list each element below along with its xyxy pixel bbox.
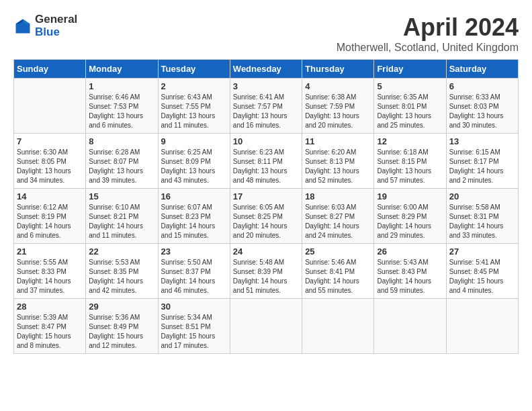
calendar-cell: 1Sunrise: 6:46 AMSunset: 7:53 PMDaylight… bbox=[86, 79, 158, 134]
day-number: 22 bbox=[89, 246, 154, 257]
calendar-cell: 28Sunrise: 5:39 AMSunset: 8:47 PMDayligh… bbox=[14, 299, 86, 354]
calendar-cell bbox=[446, 299, 518, 354]
day-info: Sunrise: 5:46 AMSunset: 8:41 PMDaylight:… bbox=[305, 258, 371, 295]
logo-general: General bbox=[35, 13, 77, 26]
calendar-cell: 26Sunrise: 5:43 AMSunset: 8:43 PMDayligh… bbox=[374, 244, 446, 299]
day-info: Sunrise: 5:43 AMSunset: 8:43 PMDaylight:… bbox=[377, 258, 443, 295]
calendar-cell: 29Sunrise: 5:36 AMSunset: 8:49 PMDayligh… bbox=[86, 299, 158, 354]
calendar-week-row: 7Sunrise: 6:30 AMSunset: 8:05 PMDaylight… bbox=[14, 134, 519, 189]
day-number: 10 bbox=[233, 136, 299, 146]
calendar-cell: 5Sunrise: 6:35 AMSunset: 8:01 PMDaylight… bbox=[374, 79, 446, 134]
day-info: Sunrise: 6:05 AMSunset: 8:25 PMDaylight:… bbox=[233, 203, 299, 240]
calendar-cell: 30Sunrise: 5:34 AMSunset: 8:51 PMDayligh… bbox=[158, 299, 230, 354]
logo: General Blue bbox=[13, 13, 77, 38]
calendar-cell: 11Sunrise: 6:20 AMSunset: 8:13 PMDayligh… bbox=[302, 134, 374, 189]
calendar-cell: 13Sunrise: 6:15 AMSunset: 8:17 PMDayligh… bbox=[446, 134, 518, 189]
day-info: Sunrise: 6:20 AMSunset: 8:13 PMDaylight:… bbox=[305, 148, 371, 185]
day-number: 26 bbox=[377, 246, 443, 257]
day-number: 24 bbox=[233, 246, 299, 257]
day-number: 7 bbox=[17, 136, 83, 146]
calendar-week-row: 14Sunrise: 6:12 AMSunset: 8:19 PMDayligh… bbox=[14, 189, 519, 244]
calendar-cell: 9Sunrise: 6:25 AMSunset: 8:09 PMDaylight… bbox=[158, 134, 230, 189]
calendar-cell: 19Sunrise: 6:00 AMSunset: 8:29 PMDayligh… bbox=[374, 189, 446, 244]
day-info: Sunrise: 6:43 AMSunset: 7:55 PMDaylight:… bbox=[161, 93, 227, 130]
page-header: General Blue April 2024 Motherwell, Scot… bbox=[13, 13, 519, 54]
calendar-cell: 8Sunrise: 6:28 AMSunset: 8:07 PMDaylight… bbox=[86, 134, 158, 189]
calendar-cell: 16Sunrise: 6:07 AMSunset: 8:23 PMDayligh… bbox=[158, 189, 230, 244]
calendar-cell: 21Sunrise: 5:55 AMSunset: 8:33 PMDayligh… bbox=[14, 244, 86, 299]
calendar-header: SundayMondayTuesdayWednesdayThursdayFrid… bbox=[14, 60, 519, 79]
calendar-week-row: 21Sunrise: 5:55 AMSunset: 8:33 PMDayligh… bbox=[14, 244, 519, 299]
day-info: Sunrise: 6:10 AMSunset: 8:21 PMDaylight:… bbox=[89, 203, 154, 240]
day-info: Sunrise: 6:38 AMSunset: 7:59 PMDaylight:… bbox=[305, 93, 371, 130]
day-number: 13 bbox=[449, 136, 515, 146]
calendar-cell: 18Sunrise: 6:03 AMSunset: 8:27 PMDayligh… bbox=[302, 189, 374, 244]
day-number: 30 bbox=[161, 302, 227, 312]
day-number: 3 bbox=[233, 81, 299, 91]
day-number: 27 bbox=[449, 246, 515, 257]
calendar-cell: 17Sunrise: 6:05 AMSunset: 8:25 PMDayligh… bbox=[230, 189, 302, 244]
day-number: 6 bbox=[449, 81, 515, 91]
day-info: Sunrise: 6:18 AMSunset: 8:15 PMDaylight:… bbox=[377, 148, 443, 185]
day-info: Sunrise: 6:41 AMSunset: 7:57 PMDaylight:… bbox=[233, 93, 299, 130]
day-number: 11 bbox=[305, 136, 371, 146]
calendar-cell: 23Sunrise: 5:50 AMSunset: 8:37 PMDayligh… bbox=[158, 244, 230, 299]
day-number: 23 bbox=[161, 246, 227, 257]
day-number: 2 bbox=[161, 81, 227, 91]
calendar-cell: 6Sunrise: 6:33 AMSunset: 8:03 PMDaylight… bbox=[446, 79, 518, 134]
weekday-header: Thursday bbox=[302, 60, 374, 79]
day-number: 19 bbox=[377, 191, 443, 201]
logo-text: General Blue bbox=[35, 13, 77, 38]
calendar-cell: 4Sunrise: 6:38 AMSunset: 7:59 PMDaylight… bbox=[302, 79, 374, 134]
day-number: 18 bbox=[305, 191, 371, 201]
day-number: 29 bbox=[89, 302, 154, 312]
calendar-cell: 27Sunrise: 5:41 AMSunset: 8:45 PMDayligh… bbox=[446, 244, 518, 299]
weekday-header: Wednesday bbox=[230, 60, 302, 79]
day-number: 21 bbox=[17, 246, 83, 257]
day-number: 20 bbox=[449, 191, 515, 201]
day-info: Sunrise: 6:15 AMSunset: 8:17 PMDaylight:… bbox=[449, 148, 515, 185]
calendar-table: SundayMondayTuesdayWednesdayThursdayFrid… bbox=[13, 59, 519, 354]
day-info: Sunrise: 6:46 AMSunset: 7:53 PMDaylight:… bbox=[89, 93, 154, 130]
weekday-header: Sunday bbox=[14, 60, 86, 79]
calendar-cell bbox=[14, 79, 86, 134]
day-number: 15 bbox=[89, 191, 154, 201]
day-info: Sunrise: 6:03 AMSunset: 8:27 PMDaylight:… bbox=[305, 203, 371, 240]
day-info: Sunrise: 5:39 AMSunset: 8:47 PMDaylight:… bbox=[17, 313, 83, 351]
day-info: Sunrise: 5:36 AMSunset: 8:49 PMDaylight:… bbox=[89, 313, 154, 351]
calendar-cell bbox=[374, 299, 446, 354]
calendar-cell: 22Sunrise: 5:53 AMSunset: 8:35 PMDayligh… bbox=[86, 244, 158, 299]
calendar-cell: 25Sunrise: 5:46 AMSunset: 8:41 PMDayligh… bbox=[302, 244, 374, 299]
day-info: Sunrise: 6:23 AMSunset: 8:11 PMDaylight:… bbox=[233, 148, 299, 185]
day-number: 14 bbox=[17, 191, 83, 201]
day-info: Sunrise: 6:12 AMSunset: 8:19 PMDaylight:… bbox=[17, 203, 83, 240]
calendar-cell: 24Sunrise: 5:48 AMSunset: 8:39 PMDayligh… bbox=[230, 244, 302, 299]
calendar-week-row: 28Sunrise: 5:39 AMSunset: 8:47 PMDayligh… bbox=[14, 299, 519, 354]
day-info: Sunrise: 5:48 AMSunset: 8:39 PMDaylight:… bbox=[233, 258, 299, 295]
logo-icon bbox=[13, 17, 32, 36]
calendar-cell bbox=[230, 299, 302, 354]
day-number: 17 bbox=[233, 191, 299, 201]
day-number: 1 bbox=[89, 81, 154, 91]
weekday-header: Saturday bbox=[446, 60, 518, 79]
day-number: 4 bbox=[305, 81, 371, 91]
month-title: April 2024 bbox=[337, 13, 519, 42]
day-number: 8 bbox=[89, 136, 154, 146]
calendar-cell: 3Sunrise: 6:41 AMSunset: 7:57 PMDaylight… bbox=[230, 79, 302, 134]
calendar-week-row: 1Sunrise: 6:46 AMSunset: 7:53 PMDaylight… bbox=[14, 79, 519, 134]
day-info: Sunrise: 6:33 AMSunset: 8:03 PMDaylight:… bbox=[449, 93, 515, 130]
weekday-header: Tuesday bbox=[158, 60, 230, 79]
calendar-cell: 15Sunrise: 6:10 AMSunset: 8:21 PMDayligh… bbox=[86, 189, 158, 244]
day-info: Sunrise: 5:55 AMSunset: 8:33 PMDaylight:… bbox=[17, 258, 83, 295]
day-info: Sunrise: 5:41 AMSunset: 8:45 PMDaylight:… bbox=[449, 258, 515, 295]
day-info: Sunrise: 5:34 AMSunset: 8:51 PMDaylight:… bbox=[161, 313, 227, 351]
day-info: Sunrise: 6:00 AMSunset: 8:29 PMDaylight:… bbox=[377, 203, 443, 240]
day-number: 25 bbox=[305, 246, 371, 257]
location: Motherwell, Scotland, United Kingdom bbox=[337, 42, 519, 54]
day-info: Sunrise: 6:07 AMSunset: 8:23 PMDaylight:… bbox=[161, 203, 227, 240]
calendar-cell: 12Sunrise: 6:18 AMSunset: 8:15 PMDayligh… bbox=[374, 134, 446, 189]
calendar-cell: 14Sunrise: 6:12 AMSunset: 8:19 PMDayligh… bbox=[14, 189, 86, 244]
day-info: Sunrise: 5:58 AMSunset: 8:31 PMDaylight:… bbox=[449, 203, 515, 240]
weekday-header: Friday bbox=[374, 60, 446, 79]
calendar-cell bbox=[302, 299, 374, 354]
